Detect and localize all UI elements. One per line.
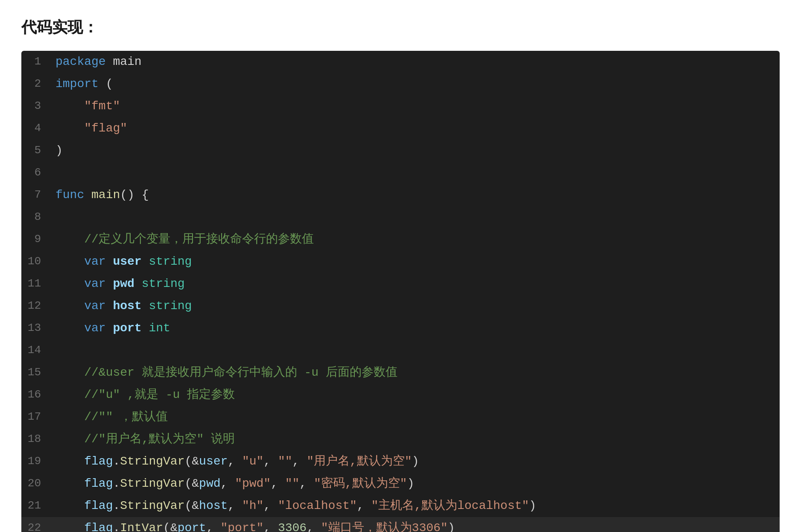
table-row: 17 //"" ，默认值 — [21, 406, 780, 428]
table-row: 2 import ( — [21, 73, 780, 95]
table-row: 5 ) — [21, 140, 780, 162]
line-number: 7 — [21, 184, 51, 206]
code-content: var user string — [51, 251, 780, 273]
line-number: 2 — [21, 73, 51, 95]
code-content: flag.IntVar(&port, "port", 3306, "端口号，默认… — [51, 517, 780, 532]
table-row: 1 package main — [21, 51, 780, 73]
code-content: //"u" ,就是 -u 指定参数 — [51, 384, 780, 406]
table-row: 3 "fmt" — [21, 95, 780, 117]
code-content — [51, 339, 780, 362]
table-row: 19 flag.StringVar(&user, "u", "", "用户名,默… — [21, 450, 780, 473]
table-row: 9 //定义几个变量，用于接收命令行的参数值 — [21, 228, 780, 251]
code-content — [51, 162, 780, 184]
code-content — [51, 206, 780, 228]
line-number: 14 — [21, 339, 51, 362]
code-content: //&user 就是接收用户命令行中输入的 -u 后面的参数值 — [51, 362, 780, 384]
line-number: 19 — [21, 450, 51, 473]
line-number: 4 — [21, 117, 51, 140]
code-content: flag.StringVar(&pwd, "pwd", "", "密码,默认为空… — [51, 473, 780, 495]
code-table: 1 package main 2 import ( 3 "fmt" 4 "fla… — [21, 51, 780, 532]
table-row: 4 "flag" — [21, 117, 780, 140]
page-title: 代码实现： — [21, 17, 780, 38]
code-block: 1 package main 2 import ( 3 "fmt" 4 "fla… — [21, 51, 780, 532]
line-number: 16 — [21, 384, 51, 406]
line-number: 22 — [21, 517, 51, 532]
line-number: 8 — [21, 206, 51, 228]
table-row: 14 — [21, 339, 780, 362]
code-content: var port int — [51, 317, 780, 339]
code-content: ) — [51, 140, 780, 162]
line-number: 17 — [21, 406, 51, 428]
line-number: 10 — [21, 251, 51, 273]
line-number: 11 — [21, 273, 51, 295]
line-number: 20 — [21, 473, 51, 495]
code-content: //"" ，默认值 — [51, 406, 780, 428]
table-row: 20 flag.StringVar(&pwd, "pwd", "", "密码,默… — [21, 473, 780, 495]
code-content: package main — [51, 51, 780, 73]
code-content: "flag" — [51, 117, 780, 140]
code-content: var host string — [51, 295, 780, 317]
line-number: 9 — [21, 228, 51, 251]
code-content: flag.StringVar(&host, "h", "localhost", … — [51, 495, 780, 517]
code-content: //定义几个变量，用于接收命令行的参数值 — [51, 228, 780, 251]
code-content: func main() { — [51, 184, 780, 206]
code-content: var pwd string — [51, 273, 780, 295]
page-container: 代码实现： 1 package main 2 import ( 3 "fmt" — [0, 0, 801, 532]
code-content: import ( — [51, 73, 780, 95]
table-row: 7 func main() { — [21, 184, 780, 206]
table-row: 10 var user string — [21, 251, 780, 273]
line-number: 12 — [21, 295, 51, 317]
table-row: 12 var host string — [21, 295, 780, 317]
table-row: 8 — [21, 206, 780, 228]
table-row: 18 //"用户名,默认为空" 说明 — [21, 428, 780, 450]
table-row: 11 var pwd string — [21, 273, 780, 295]
table-row: 21 flag.StringVar(&host, "h", "localhost… — [21, 495, 780, 517]
line-number: 18 — [21, 428, 51, 450]
table-row: 15 //&user 就是接收用户命令行中输入的 -u 后面的参数值 — [21, 362, 780, 384]
table-row: 16 //"u" ,就是 -u 指定参数 — [21, 384, 780, 406]
line-number: 3 — [21, 95, 51, 117]
line-number: 6 — [21, 162, 51, 184]
table-row: 13 var port int — [21, 317, 780, 339]
table-row: 6 — [21, 162, 780, 184]
line-number: 1 — [21, 51, 51, 73]
code-content: "fmt" — [51, 95, 780, 117]
code-content: //"用户名,默认为空" 说明 — [51, 428, 780, 450]
line-number: 21 — [21, 495, 51, 517]
line-number: 5 — [21, 140, 51, 162]
line-number: 15 — [21, 362, 51, 384]
code-content: flag.StringVar(&user, "u", "", "用户名,默认为空… — [51, 450, 780, 473]
line-number: 13 — [21, 317, 51, 339]
table-row: 22 flag.IntVar(&port, "port", 3306, "端口号… — [21, 517, 780, 532]
